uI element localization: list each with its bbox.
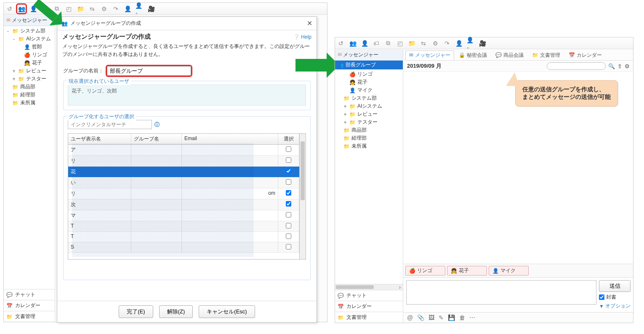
folder-icon[interactable]: 📁 <box>76 5 85 13</box>
table-row[interactable]: 次 <box>68 199 299 210</box>
scroll-right-icon[interactable]: › <box>397 284 403 290</box>
gear-icon[interactable]: ⚙ <box>625 63 630 69</box>
tree-item[interactable]: 📁商品部 <box>335 126 403 134</box>
table-body[interactable]: アリ花いリom次マTTS <box>68 145 299 259</box>
recipient-chip[interactable]: 👧花子 <box>447 266 487 276</box>
tree-item[interactable]: 👧花子 <box>4 59 55 67</box>
user-gear-icon[interactable]: 👤 <box>360 39 369 48</box>
row-checkbox[interactable] <box>286 212 291 217</box>
camera-icon[interactable]: 🎥 <box>478 39 487 48</box>
tree-item[interactable]: 👤哲郎 <box>4 43 55 51</box>
sidebar-bottom-item[interactable]: 📁文書管理 <box>4 311 55 322</box>
tab[interactable]: 🔒秘密会議 <box>455 50 491 60</box>
row-checkbox[interactable] <box>286 244 291 249</box>
table-scrollbar[interactable] <box>299 134 306 259</box>
tree-item[interactable]: 👤マイク <box>335 86 403 94</box>
image-icon[interactable]: 🖼 <box>428 314 434 321</box>
row-checkbox[interactable] <box>286 179 291 185</box>
help-link[interactable]: ❔ Help <box>293 34 311 40</box>
sidebar-bottom-item[interactable]: 📅カレンダー <box>335 301 403 312</box>
table-row[interactable]: T <box>68 232 299 242</box>
clear-button[interactable]: 解除(Z) <box>159 305 193 318</box>
incremental-search-input[interactable] <box>68 120 152 129</box>
table-row[interactable]: リ <box>68 156 299 167</box>
ok-button[interactable]: 完了(E) <box>119 305 153 318</box>
tab[interactable]: 📅カレンダー <box>565 50 606 60</box>
row-checkbox[interactable] <box>286 157 291 163</box>
tree-item[interactable]: +📁テスター <box>4 75 55 83</box>
tree-item[interactable]: -📁システム部 <box>4 27 55 35</box>
table-row[interactable]: ア <box>68 145 299 156</box>
tree-item[interactable]: +📁テスター <box>335 118 403 126</box>
table-row[interactable]: S <box>68 242 299 253</box>
crop-icon[interactable]: ◰ <box>64 5 73 13</box>
sidebar-bottom-item[interactable]: 📅カレンダー <box>4 300 55 311</box>
camera-icon[interactable]: 🎥 <box>147 5 155 13</box>
tree-item[interactable]: -📁AIシステム <box>4 35 55 43</box>
refresh-icon[interactable]: ↺ <box>337 39 345 48</box>
send-button[interactable]: 送信 <box>599 280 631 292</box>
compose-textarea[interactable] <box>406 280 596 305</box>
col-name[interactable]: ユーザ表示名 <box>68 134 131 144</box>
tree-left[interactable]: -📁システム部-📁AIシステム👤哲郎🍎リンゴ👧花子+📁レビュー+📁テスター📁商品… <box>4 26 55 289</box>
refresh-icon[interactable]: ↺ <box>5 5 14 13</box>
cancel-button[interactable]: キャンセル(Esc) <box>199 305 255 318</box>
row-checkbox[interactable] <box>286 190 291 196</box>
tree-item[interactable]: 📁商品部 <box>4 83 55 91</box>
group-icon[interactable]: 👥 <box>349 39 357 48</box>
search-input-2[interactable] <box>547 62 606 70</box>
group-create-icon[interactable]: 👥 <box>17 5 26 13</box>
col-email[interactable]: Email <box>182 134 278 144</box>
tree-item[interactable]: +📁レビュー <box>335 110 403 118</box>
tree-item[interactable]: +📁レビュー <box>4 67 55 75</box>
row-checkbox[interactable] <box>286 201 291 207</box>
sidebar-bottom-item[interactable]: 📁文書管理 <box>335 312 403 323</box>
user-alt-icon[interactable]: 👤 <box>123 5 132 13</box>
tree-item[interactable]: 📁経理部 <box>335 134 403 142</box>
tab[interactable]: ✉メッセンジャー <box>405 50 454 60</box>
table-row[interactable]: T <box>68 221 299 232</box>
sync-icon[interactable]: ⇆ <box>88 5 96 13</box>
table-row[interactable]: 花 <box>68 167 299 178</box>
group-selected-row[interactable]: 👥 部長グループ <box>335 61 403 69</box>
table-row[interactable]: リom <box>68 188 299 199</box>
exit-icon[interactable]: ↷ <box>112 5 120 13</box>
sidebar-bottom-item[interactable]: 💬チャット <box>4 289 55 300</box>
exit-icon[interactable]: ↷ <box>443 39 451 48</box>
more-icon[interactable]: ⋯ <box>469 314 475 321</box>
trash-icon[interactable]: 🗑 <box>459 314 465 321</box>
row-checkbox[interactable] <box>286 233 291 239</box>
tab[interactable]: 💬商品会議 <box>492 50 527 60</box>
recipient-chip[interactable]: 🍎リンゴ <box>405 266 445 276</box>
row-checkbox[interactable] <box>286 223 291 228</box>
sidebar-bottom-item[interactable]: 💬チャット <box>335 290 403 301</box>
gear-icon[interactable]: ⚙ <box>431 39 439 48</box>
up-icon[interactable]: ⇧ <box>617 63 622 69</box>
tree-item[interactable]: 📁経理部 <box>4 91 55 99</box>
table-row[interactable]: マ <box>68 210 299 221</box>
tag-icon[interactable]: 🏷 <box>372 39 381 48</box>
scroll-thumb[interactable] <box>301 141 305 200</box>
close-icon[interactable]: ✕ <box>307 19 312 27</box>
info-icon[interactable]: ⓘ <box>154 121 160 128</box>
group-name-input[interactable] <box>107 66 191 76</box>
row-checkbox[interactable] <box>286 146 291 152</box>
mention-icon[interactable]: @ <box>407 314 413 321</box>
tree-item[interactable]: 📁システム部 <box>335 94 403 102</box>
tree-item[interactable]: +📁AIシステム <box>335 102 403 110</box>
sidebar-hscroll[interactable]: ‹ › <box>335 284 403 290</box>
col-select[interactable]: 選択 <box>278 134 299 144</box>
user-plus-icon[interactable]: 👤₊ <box>135 5 144 13</box>
col-group[interactable]: グループ名 <box>131 134 182 144</box>
tree-item[interactable]: 📁未所属 <box>4 99 55 107</box>
recipient-chip[interactable]: 👤マイク <box>489 266 529 276</box>
folder-icon[interactable]: 📁 <box>407 39 416 48</box>
gear-icon[interactable]: ⚙ <box>100 5 108 13</box>
user-plus-icon[interactable]: 👤₊ <box>466 39 475 48</box>
sync-icon[interactable]: ⇆ <box>419 39 428 48</box>
hscroll-thumb[interactable] <box>336 285 374 289</box>
attach-icon[interactable]: 📎 <box>417 314 424 321</box>
tree-item[interactable]: 📁未所属 <box>335 142 403 150</box>
save-icon[interactable]: 💾 <box>448 314 455 321</box>
seal-checkbox-row[interactable]: 封書 <box>599 294 631 301</box>
